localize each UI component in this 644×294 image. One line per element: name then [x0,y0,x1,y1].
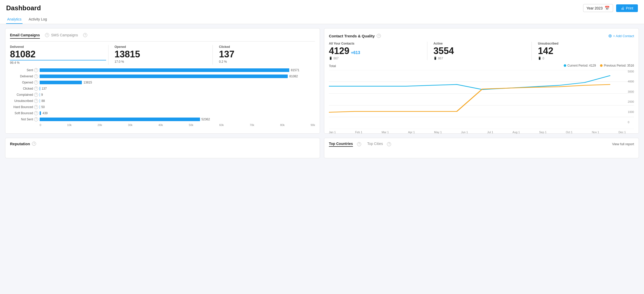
delivered-pct: 99.4 % [10,61,106,65]
bar-container: 88 [40,99,315,103]
email-bar-chart: Sent ? 81571 Delivered ? 81082 Opened ? [10,68,315,121]
bar-container: 439 [40,111,315,115]
bar-label: Unsubscribed ? [10,99,38,103]
year-selector[interactable]: Year 2023 📅 [583,4,613,12]
y-label-4000: 4000 [628,80,634,83]
y-label-3000: 3000 [628,90,634,93]
bar-fill [40,68,289,72]
all-contacts-value: 4129 [329,46,349,56]
bar-fill [40,81,82,84]
x-axis-label: 80k [280,123,285,127]
tab-activity-log[interactable]: Activity Log [28,15,48,24]
bar-row: Sent ? 81571 [10,68,315,72]
legend-current-label: Current Period: 4129 [568,64,596,67]
unsubscribed-stat-label: Unsubscribed [538,42,634,45]
print-button[interactable]: 🖨 Print [616,4,638,12]
bar-help-icon[interactable]: ? [34,117,38,121]
bar-row: Soft Bounced ? 439 [10,111,315,115]
x-axis-label: 10k [67,123,72,127]
bar-help-icon[interactable]: ? [34,80,38,85]
top-cities-help-icon[interactable]: ? [387,142,391,146]
x-jul: Jul 1 [487,131,493,134]
x-may: May 1 [434,131,442,134]
bar-value: 9 [41,93,51,97]
bar-help-icon[interactable]: ? [34,74,38,78]
bar-row: Unsubscribed ? 88 [10,99,315,103]
bar-value: 52362 [202,118,212,121]
bar-value: 439 [42,111,53,115]
delivered-label: Delivered [10,45,106,49]
bar-row: Complained ? 9 [10,93,315,97]
legend-current: Current Period: 4129 [564,64,596,67]
x-axis-label: 30k [128,123,132,127]
clicked-value: 137 [219,49,315,59]
bar-value: 50 [41,105,52,109]
main-tabs: Analytics Activity Log [6,15,638,24]
unsubscribed-stat-value: 142 [538,46,553,56]
bar-help-icon[interactable]: ? [34,105,38,109]
bar-container: 81571 [40,68,315,72]
bar-help-icon[interactable]: ? [34,68,38,72]
unsubscribed-phone: 0 [542,57,544,60]
x-sep: Sep 1 [539,131,547,134]
legend-dot-current [564,64,566,67]
x-axis-label: 70k [250,123,254,127]
x-apr: Apr 1 [408,131,415,134]
view-full-report-link[interactable]: View full report [612,142,634,146]
email-campaigns-card: Email Campaigns ? SMS Campaigns ? Delive… [5,28,320,134]
bar-fill [40,105,40,109]
x-axis-label: 20k [97,123,102,127]
reputation-title: Reputation [10,142,30,146]
bar-help-icon[interactable]: ? [34,87,38,91]
all-contacts-plus: +613 [351,50,360,55]
top-locations-card: Top Countries ? Top Cities ? View full r… [324,138,639,158]
bar-fill [40,118,200,121]
line-chart-svg [329,70,634,129]
sms-campaigns-tab[interactable]: SMS Campaigns [51,33,78,39]
bar-value: 13815 [83,81,94,84]
contact-trends-help-icon[interactable]: ? [377,34,381,38]
bar-help-icon[interactable]: ? [34,99,38,103]
legend-previous-label: Previous Period: 3516 [604,64,634,67]
x-axis-label: 50k [189,123,193,127]
top-countries-help-icon[interactable]: ? [357,142,361,146]
bar-row: Delivered ? 81082 [10,74,315,78]
phone-icon-1: 📱 [329,57,332,60]
x-jun: Jun 1 [461,131,468,134]
bar-fill [40,111,41,115]
add-contact-button[interactable]: ⊕ + Add Contact [608,33,634,39]
bar-help-icon[interactable]: ? [34,111,38,115]
bar-container: 50 [40,105,315,109]
y-label-1000: 1000 [628,110,634,113]
year-selector-label: Year 2023 [586,6,603,10]
all-contacts-phone: 867 [334,57,339,60]
bar-label: Complained ? [10,93,38,97]
contact-line-chart: 5000 4000 3000 2000 1000 0 Jan 1 Feb 1 M… [329,70,634,129]
delivered-value: 81082 [10,49,106,60]
x-mar: Mar 1 [382,131,389,134]
bar-container: 52362 [40,118,315,121]
email-campaigns-tab[interactable]: Email Campaigns [10,33,40,39]
x-oct: Oct 1 [566,131,572,134]
x-axis: 010k20k30k40k50k60k70k80k90k [10,123,315,127]
sms-campaigns-help-icon[interactable]: ? [83,33,87,37]
top-cities-tab[interactable]: Top Cities [367,142,383,147]
bar-help-icon[interactable]: ? [34,93,38,97]
phone-icon-3: 📱 [538,57,541,60]
x-nov: Nov 1 [592,131,599,134]
tab-analytics[interactable]: Analytics [6,15,23,24]
printer-icon: 🖨 [621,6,624,10]
bar-container: 137 [40,87,315,90]
reputation-help-icon[interactable]: ? [32,142,36,146]
bar-row: Opened ? 13815 [10,80,315,85]
bar-fill [40,87,40,90]
email-campaigns-help-icon[interactable]: ? [45,33,49,37]
bar-label: Soft Bounced ? [10,111,38,115]
calendar-icon: 📅 [605,6,610,10]
top-countries-tab[interactable]: Top Countries [329,142,353,147]
bar-fill [40,75,288,78]
x-axis-label: 90k [310,123,315,127]
x-aug: Aug 1 [513,131,520,134]
bar-value: 81082 [289,75,299,78]
reputation-card: Reputation ? [5,138,320,158]
